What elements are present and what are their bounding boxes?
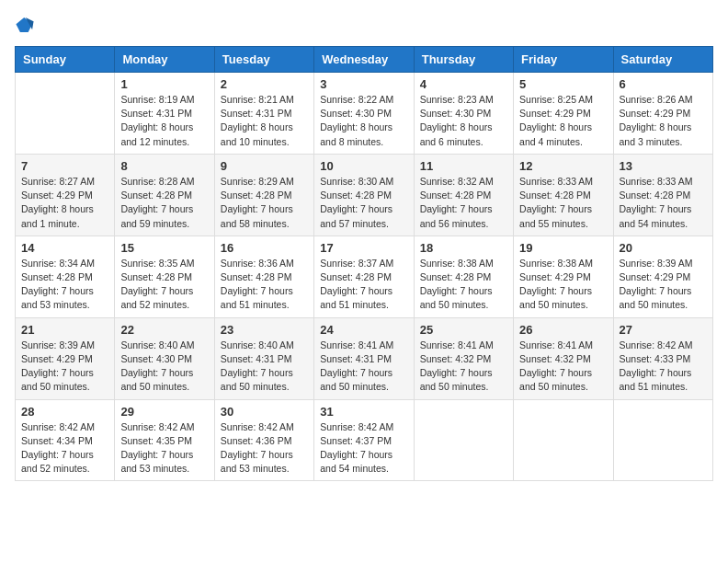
day-number: 29 [120, 405, 208, 419]
day-number: 18 [420, 241, 507, 255]
day-number: 15 [120, 241, 208, 255]
calendar-cell: 19Sunrise: 8:38 AMSunset: 4:29 PMDayligh… [514, 236, 613, 317]
day-number: 3 [320, 77, 407, 91]
calendar-cell: 15Sunrise: 8:35 AMSunset: 4:28 PMDayligh… [115, 236, 214, 317]
day-info: Sunrise: 8:23 AMSunset: 4:30 PMDaylight:… [420, 93, 507, 149]
day-info: Sunrise: 8:30 AMSunset: 4:28 PMDaylight:… [320, 175, 407, 231]
day-info: Sunrise: 8:38 AMSunset: 4:29 PMDaylight:… [519, 257, 607, 313]
day-info: Sunrise: 8:26 AMSunset: 4:29 PMDaylight:… [620, 93, 707, 149]
calendar-cell: 21Sunrise: 8:39 AMSunset: 4:29 PMDayligh… [16, 317, 115, 399]
calendar-cell: 5Sunrise: 8:25 AMSunset: 4:29 PMDaylight… [514, 73, 613, 155]
calendar-cell: 29Sunrise: 8:42 AMSunset: 4:35 PMDayligh… [115, 399, 214, 481]
day-info: Sunrise: 8:39 AMSunset: 4:29 PMDaylight:… [21, 339, 108, 395]
weekday-header-saturday: Saturday [613, 47, 712, 73]
calendar-table: SundayMondayTuesdayWednesdayThursdayFrid… [15, 46, 713, 481]
day-number: 19 [519, 241, 607, 255]
day-number: 25 [420, 323, 507, 337]
day-number: 5 [519, 77, 607, 91]
calendar-cell: 18Sunrise: 8:38 AMSunset: 4:28 PMDayligh… [414, 236, 513, 317]
calendar-cell [414, 399, 513, 481]
calendar-cell: 26Sunrise: 8:41 AMSunset: 4:32 PMDayligh… [514, 317, 613, 399]
logo-icon [15, 15, 35, 35]
day-info: Sunrise: 8:35 AMSunset: 4:28 PMDaylight:… [120, 257, 208, 313]
day-info: Sunrise: 8:41 AMSunset: 4:32 PMDaylight:… [519, 339, 607, 395]
calendar-cell: 20Sunrise: 8:39 AMSunset: 4:29 PMDayligh… [613, 236, 712, 317]
day-number: 14 [21, 241, 108, 255]
calendar-cell [16, 73, 115, 155]
calendar-cell: 14Sunrise: 8:34 AMSunset: 4:28 PMDayligh… [16, 236, 115, 317]
day-info: Sunrise: 8:22 AMSunset: 4:30 PMDaylight:… [320, 93, 407, 149]
calendar-cell: 10Sunrise: 8:30 AMSunset: 4:28 PMDayligh… [314, 154, 414, 236]
calendar-cell: 7Sunrise: 8:27 AMSunset: 4:29 PMDaylight… [16, 154, 115, 236]
calendar-cell: 13Sunrise: 8:33 AMSunset: 4:28 PMDayligh… [613, 154, 712, 236]
calendar-cell: 30Sunrise: 8:42 AMSunset: 4:36 PMDayligh… [214, 399, 313, 481]
day-number: 7 [21, 159, 108, 173]
calendar-week-row: 21Sunrise: 8:39 AMSunset: 4:29 PMDayligh… [16, 317, 713, 399]
day-info: Sunrise: 8:42 AMSunset: 4:33 PMDaylight:… [620, 339, 707, 395]
day-number: 13 [620, 159, 707, 173]
day-number: 26 [519, 323, 607, 337]
day-info: Sunrise: 8:21 AMSunset: 4:31 PMDaylight:… [221, 93, 308, 149]
day-info: Sunrise: 8:39 AMSunset: 4:29 PMDaylight:… [620, 257, 707, 313]
calendar-cell [613, 399, 712, 481]
day-number: 9 [221, 159, 308, 173]
calendar-cell: 4Sunrise: 8:23 AMSunset: 4:30 PMDaylight… [414, 73, 513, 155]
day-info: Sunrise: 8:40 AMSunset: 4:31 PMDaylight:… [221, 339, 308, 395]
day-number: 30 [221, 405, 308, 419]
day-info: Sunrise: 8:19 AMSunset: 4:31 PMDaylight:… [120, 93, 208, 149]
day-number: 17 [320, 241, 407, 255]
calendar-cell: 23Sunrise: 8:40 AMSunset: 4:31 PMDayligh… [214, 317, 313, 399]
weekday-header-monday: Monday [115, 47, 214, 73]
day-number: 23 [221, 323, 308, 337]
weekday-header-tuesday: Tuesday [214, 47, 313, 73]
calendar-week-row: 7Sunrise: 8:27 AMSunset: 4:29 PMDaylight… [16, 154, 713, 236]
weekday-header-thursday: Thursday [414, 47, 513, 73]
calendar-cell: 17Sunrise: 8:37 AMSunset: 4:28 PMDayligh… [314, 236, 414, 317]
weekday-header-row: SundayMondayTuesdayWednesdayThursdayFrid… [16, 47, 713, 73]
calendar-week-row: 1Sunrise: 8:19 AMSunset: 4:31 PMDaylight… [16, 73, 713, 155]
day-info: Sunrise: 8:36 AMSunset: 4:28 PMDaylight:… [221, 257, 308, 313]
day-number: 22 [120, 323, 208, 337]
calendar-cell: 24Sunrise: 8:41 AMSunset: 4:31 PMDayligh… [314, 317, 414, 399]
calendar-cell: 3Sunrise: 8:22 AMSunset: 4:30 PMDaylight… [314, 73, 414, 155]
day-number: 1 [120, 77, 208, 91]
day-number: 11 [420, 159, 507, 173]
calendar-cell: 25Sunrise: 8:41 AMSunset: 4:32 PMDayligh… [414, 317, 513, 399]
day-info: Sunrise: 8:25 AMSunset: 4:29 PMDaylight:… [519, 93, 607, 149]
day-info: Sunrise: 8:33 AMSunset: 4:28 PMDaylight:… [620, 175, 707, 231]
day-number: 20 [620, 241, 707, 255]
calendar-cell: 27Sunrise: 8:42 AMSunset: 4:33 PMDayligh… [613, 317, 712, 399]
calendar-cell: 6Sunrise: 8:26 AMSunset: 4:29 PMDaylight… [613, 73, 712, 155]
weekday-header-friday: Friday [514, 47, 613, 73]
day-number: 24 [320, 323, 407, 337]
day-info: Sunrise: 8:42 AMSunset: 4:37 PMDaylight:… [320, 420, 407, 477]
day-number: 31 [320, 405, 407, 419]
calendar-cell: 2Sunrise: 8:21 AMSunset: 4:31 PMDaylight… [214, 73, 313, 155]
day-info: Sunrise: 8:38 AMSunset: 4:28 PMDaylight:… [420, 257, 507, 313]
day-info: Sunrise: 8:41 AMSunset: 4:32 PMDaylight:… [420, 339, 507, 395]
calendar-week-row: 14Sunrise: 8:34 AMSunset: 4:28 PMDayligh… [16, 236, 713, 317]
calendar-cell: 31Sunrise: 8:42 AMSunset: 4:37 PMDayligh… [314, 399, 414, 481]
day-info: Sunrise: 8:28 AMSunset: 4:28 PMDaylight:… [120, 175, 208, 231]
logo [15, 15, 37, 39]
day-number: 10 [320, 159, 407, 173]
weekday-header-sunday: Sunday [16, 47, 115, 73]
day-number: 28 [21, 405, 108, 419]
calendar-cell [514, 399, 613, 481]
day-info: Sunrise: 8:32 AMSunset: 4:28 PMDaylight:… [420, 175, 507, 231]
day-number: 2 [221, 77, 308, 91]
calendar-cell: 28Sunrise: 8:42 AMSunset: 4:34 PMDayligh… [16, 399, 115, 481]
calendar-cell: 9Sunrise: 8:29 AMSunset: 4:28 PMDaylight… [214, 154, 313, 236]
day-info: Sunrise: 8:34 AMSunset: 4:28 PMDaylight:… [21, 257, 108, 313]
header [15, 15, 713, 39]
day-info: Sunrise: 8:33 AMSunset: 4:28 PMDaylight:… [519, 175, 607, 231]
calendar-cell: 22Sunrise: 8:40 AMSunset: 4:30 PMDayligh… [115, 317, 214, 399]
calendar-cell: 11Sunrise: 8:32 AMSunset: 4:28 PMDayligh… [414, 154, 513, 236]
day-number: 12 [519, 159, 607, 173]
weekday-header-wednesday: Wednesday [314, 47, 414, 73]
calendar-cell: 12Sunrise: 8:33 AMSunset: 4:28 PMDayligh… [514, 154, 613, 236]
day-number: 16 [221, 241, 308, 255]
day-number: 27 [620, 323, 707, 337]
calendar-cell: 16Sunrise: 8:36 AMSunset: 4:28 PMDayligh… [214, 236, 313, 317]
day-info: Sunrise: 8:42 AMSunset: 4:35 PMDaylight:… [120, 420, 208, 477]
